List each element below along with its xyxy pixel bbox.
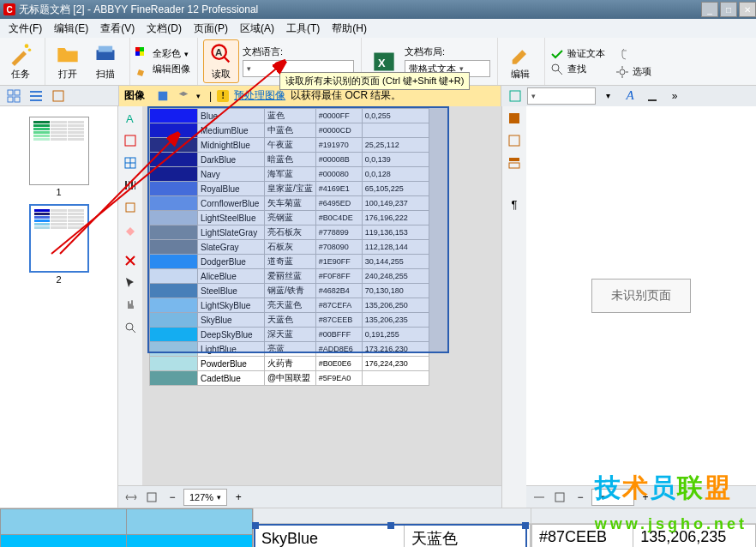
recognition-tool[interactable] xyxy=(120,197,141,218)
svg-point-13 xyxy=(620,69,625,75)
menu-page[interactable]: 页面(P) xyxy=(189,20,233,38)
read-button[interactable]: A 读取 xyxy=(203,39,239,83)
image-zoom-bar: − 127% + xyxy=(118,485,501,508)
minimize-button[interactable]: _ xyxy=(701,2,718,17)
not-recognized-placeholder: 未识别页面 xyxy=(591,279,691,313)
window-title: 无标题文档 [2] - ABBYY FineReader 12 Professi… xyxy=(19,3,699,17)
maximize-button[interactable]: □ xyxy=(720,2,737,17)
svg-rect-3 xyxy=(99,46,112,52)
font-size-select[interactable]: ▾ xyxy=(597,87,618,105)
page-thumb-1[interactable]: 1 xyxy=(29,117,89,197)
show-chars-icon[interactable]: ¶ xyxy=(504,194,525,214)
menu-edit[interactable]: 编辑(E) xyxy=(49,20,93,38)
excel-icon: X xyxy=(372,50,396,74)
image-canvas[interactable]: Blue蓝色#0000FF0,0,255MediumBlue中蓝色#0000CD… xyxy=(142,106,501,485)
save-icon[interactable] xyxy=(155,87,171,105)
edit-icon xyxy=(508,42,532,66)
magnifier-a-icon: A xyxy=(209,42,233,66)
menu-file[interactable]: 文件(F) xyxy=(3,20,47,38)
text-icon[interactable] xyxy=(504,130,525,151)
delete-tool[interactable] xyxy=(120,250,141,271)
layout-icon[interactable] xyxy=(504,153,525,173)
folder-open-icon xyxy=(56,42,80,66)
svg-text:A: A xyxy=(126,112,134,125)
page-thumb-2[interactable]: 2 xyxy=(29,204,89,285)
scanner-icon xyxy=(93,42,117,66)
zoom-select[interactable]: 127% xyxy=(183,489,227,506)
task-button[interactable]: 任务 xyxy=(3,40,38,82)
svg-rect-36 xyxy=(509,158,519,161)
eraser-tool[interactable] xyxy=(120,219,141,240)
title-bar: C 无标题文档 [2] - ABBYY FineReader 12 Profes… xyxy=(0,0,756,19)
undo-button[interactable] xyxy=(615,45,634,63)
hand-tool[interactable] xyxy=(120,295,141,316)
fit-width-button[interactable] xyxy=(122,489,141,506)
edit-image-button[interactable]: 编辑图像 xyxy=(135,63,190,76)
style-underline-button[interactable] xyxy=(642,87,663,105)
detail-swatch-grid xyxy=(0,508,253,547)
style-a-button[interactable]: A xyxy=(620,87,640,105)
zoom-out-button[interactable]: − xyxy=(163,489,182,506)
verify-text-button[interactable]: 验证文本 xyxy=(550,47,605,61)
picture-icon[interactable] xyxy=(504,108,525,129)
svg-rect-33 xyxy=(147,493,156,502)
options-button[interactable]: 选项 xyxy=(615,65,651,79)
svg-rect-6 xyxy=(135,51,140,56)
wand-icon xyxy=(9,42,33,66)
menu-help[interactable]: 帮助(H) xyxy=(327,20,372,38)
svg-rect-17 xyxy=(15,97,20,102)
table-area-tool[interactable] xyxy=(120,153,141,173)
text-fit-width-button[interactable] xyxy=(530,489,549,506)
detail-mid: SkyBlue天蓝色DeepSkyBlue深天蓝LightBlue亮蓝Powde… xyxy=(254,508,531,547)
find-button[interactable]: 查找 xyxy=(550,63,605,76)
select-tool[interactable] xyxy=(120,273,141,293)
color-mode-row[interactable]: 全彩色▾ xyxy=(135,47,190,61)
app-logo-icon: C xyxy=(3,3,15,15)
menu-view[interactable]: 查看(V) xyxy=(95,20,140,38)
detail-name-table: SkyBlue天蓝色DeepSkyBlue深天蓝LightBlue亮蓝Powde… xyxy=(254,524,531,547)
text-zoom-out-button[interactable]: − xyxy=(571,489,590,506)
image-panel: A Blue蓝色#0000FF0,0,255MediumBlue中蓝色#0000… xyxy=(118,106,502,508)
text-area-icon[interactable] xyxy=(505,87,525,105)
font-select[interactable] xyxy=(527,87,596,105)
pencil-icon xyxy=(135,63,149,76)
svg-rect-20 xyxy=(30,99,42,101)
open-button[interactable]: 打开 xyxy=(51,40,85,82)
excel-button[interactable]: X xyxy=(367,48,401,75)
view-list-button[interactable] xyxy=(26,87,46,105)
warn-message-suffix: 以获得最佳 OCR 结果。 xyxy=(291,88,401,103)
text-area-tool[interactable]: A xyxy=(120,108,141,129)
scan-button[interactable]: 扫描 xyxy=(88,40,123,82)
preprocess-link[interactable]: 预处理图像 xyxy=(234,88,285,103)
svg-rect-35 xyxy=(509,135,519,146)
svg-rect-21 xyxy=(53,91,63,101)
pages-panel: 1 2 xyxy=(0,106,118,508)
view-thumbs-button[interactable] xyxy=(3,87,24,105)
picture-area-tool[interactable] xyxy=(120,130,141,151)
barcode-tool[interactable] xyxy=(120,175,141,195)
text-fit-page-button[interactable] xyxy=(550,489,569,506)
svg-rect-23 xyxy=(510,91,520,101)
svg-rect-7 xyxy=(140,51,144,56)
svg-point-1 xyxy=(28,49,32,52)
svg-rect-5 xyxy=(140,47,144,51)
menu-tools[interactable]: 工具(T) xyxy=(281,20,325,38)
gear-icon xyxy=(615,65,629,79)
svg-rect-38 xyxy=(555,493,564,502)
fit-page-button[interactable] xyxy=(142,489,161,506)
svg-rect-28 xyxy=(129,181,129,189)
view-detail-button[interactable] xyxy=(48,87,69,105)
menu-area[interactable]: 区域(A) xyxy=(235,20,279,38)
zoom-in-button[interactable]: + xyxy=(229,489,248,506)
chevron-down-icon[interactable]: ▾ xyxy=(196,92,201,100)
menu-document[interactable]: 文档(D) xyxy=(141,20,187,38)
svg-rect-27 xyxy=(125,181,127,189)
style-more-button[interactable]: » xyxy=(664,87,685,105)
text-tools: ▾ A » xyxy=(501,86,756,106)
color-table: Blue蓝色#0000FF0,0,255MediumBlue中蓝色#0000CD… xyxy=(149,108,429,386)
svg-point-12 xyxy=(552,64,559,71)
close-button[interactable]: ✕ xyxy=(739,2,756,17)
edit-button[interactable]: 编辑 xyxy=(503,40,537,82)
layers-icon[interactable] xyxy=(176,87,191,105)
zoom-tool[interactable] xyxy=(120,317,141,338)
